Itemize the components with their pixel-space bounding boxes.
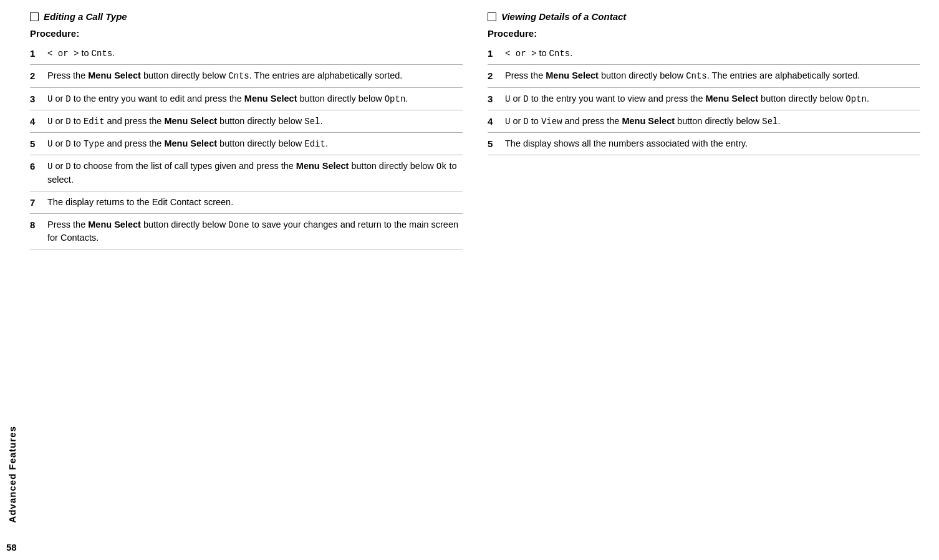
right-section-title: Viewing Details of a Contact bbox=[488, 11, 920, 22]
step-number: 8 bbox=[30, 218, 41, 231]
step-number: 3 bbox=[488, 92, 499, 105]
table-row: 2Press the Menu Select button directly b… bbox=[30, 65, 463, 87]
step-text: The display shows all the numbers associ… bbox=[505, 137, 920, 150]
step-number: 2 bbox=[30, 69, 41, 82]
table-row: 4U or D to View and press the Menu Selec… bbox=[488, 110, 920, 133]
table-row: 6U or D to choose from the list of call … bbox=[30, 155, 463, 191]
left-column: Editing a Call Type Procedure: 1< or > t… bbox=[30, 11, 463, 549]
step-text: < or > to Cnts. bbox=[47, 47, 463, 60]
document-icon bbox=[30, 12, 39, 21]
table-row: 5U or D to Type and press the Menu Selec… bbox=[30, 133, 463, 155]
columns: Editing a Call Type Procedure: 1< or > t… bbox=[30, 11, 920, 549]
main-content: Editing a Call Type Procedure: 1< or > t… bbox=[24, 0, 939, 560]
left-steps-list: 1< or > to Cnts.2Press the Menu Select b… bbox=[30, 42, 463, 249]
step-number: 3 bbox=[30, 92, 41, 105]
page-number: 58 bbox=[6, 542, 17, 553]
step-number: 5 bbox=[488, 137, 499, 150]
step-text: Press the Menu Select button directly be… bbox=[47, 218, 463, 244]
table-row: 1< or > to Cnts. bbox=[488, 42, 920, 65]
left-section-title: Editing a Call Type bbox=[30, 11, 463, 22]
step-number: 1 bbox=[30, 47, 41, 60]
side-label-text: Advanced Features bbox=[7, 426, 17, 523]
step-text: Press the Menu Select button directly be… bbox=[505, 69, 920, 82]
step-text: U or D to View and press the Menu Select… bbox=[505, 115, 920, 128]
right-title-text: Viewing Details of a Contact bbox=[501, 11, 626, 22]
table-row: 7The display returns to the Edit Contact… bbox=[30, 191, 463, 214]
page-wrapper: Advanced Features Editing a Call Type Pr… bbox=[0, 0, 939, 560]
step-text: U or D to Type and press the Menu Select… bbox=[47, 137, 463, 150]
table-row: 4U or D to Edit and press the Menu Selec… bbox=[30, 110, 463, 133]
step-number: 1 bbox=[488, 47, 499, 60]
step-number: 6 bbox=[30, 160, 41, 173]
step-number: 4 bbox=[30, 115, 41, 128]
step-text: < or > to Cnts. bbox=[505, 47, 920, 60]
table-row: 3U or D to the entry you want to edit an… bbox=[30, 88, 463, 110]
table-row: 2Press the Menu Select button directly b… bbox=[488, 65, 920, 87]
step-number: 5 bbox=[30, 137, 41, 150]
right-column: Viewing Details of a Contact Procedure: … bbox=[488, 11, 920, 549]
table-row: 5The display shows all the numbers assoc… bbox=[488, 133, 920, 155]
document-icon-right bbox=[488, 12, 496, 21]
step-number: 2 bbox=[488, 69, 499, 82]
step-text: U or D to choose from the list of call t… bbox=[47, 160, 463, 186]
right-steps-list: 1< or > to Cnts.2Press the Menu Select b… bbox=[488, 42, 920, 155]
step-text: U or D to the entry you want to view and… bbox=[505, 92, 920, 105]
left-title-text: Editing a Call Type bbox=[44, 11, 127, 22]
step-text: U or D to Edit and press the Menu Select… bbox=[47, 115, 463, 128]
right-procedure-label: Procedure: bbox=[488, 28, 920, 39]
left-procedure-label: Procedure: bbox=[30, 28, 463, 39]
table-row: 8Press the Menu Select button directly b… bbox=[30, 214, 463, 249]
table-row: 1< or > to Cnts. bbox=[30, 42, 463, 65]
step-text: The display returns to the Edit Contact … bbox=[47, 196, 463, 209]
step-text: Press the Menu Select button directly be… bbox=[47, 69, 463, 82]
step-text: U or D to the entry you want to edit and… bbox=[47, 92, 463, 105]
table-row: 3U or D to the entry you want to view an… bbox=[488, 88, 920, 110]
step-number: 7 bbox=[30, 196, 41, 209]
side-label: Advanced Features bbox=[0, 0, 24, 560]
step-number: 4 bbox=[488, 115, 499, 128]
